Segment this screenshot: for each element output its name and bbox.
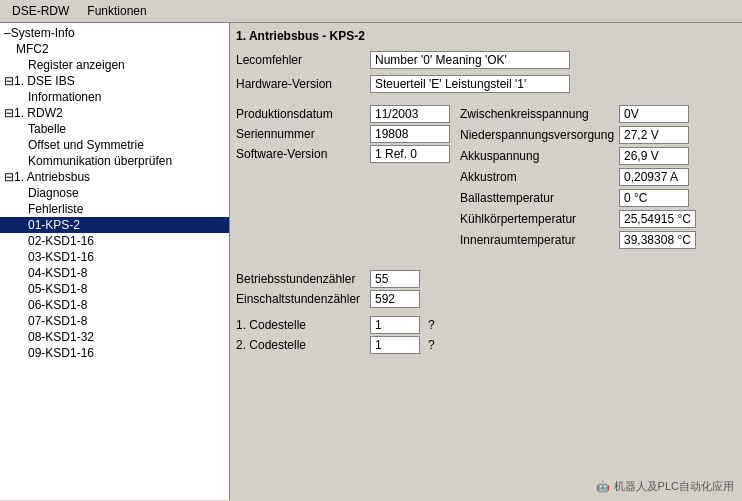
menubar: DSE-RDW Funktionen bbox=[0, 0, 742, 23]
label: 02-KSD1-16 bbox=[28, 234, 94, 248]
content-title: 1. Antriebsbus - KPS-2 bbox=[236, 29, 736, 43]
sidebar-item-04-ksd1-8[interactable]: 04-KSD1-8 bbox=[0, 265, 229, 281]
seriennummer-label: Seriennummer bbox=[236, 127, 366, 141]
lecomfehler-row: Lecomfehler Number '0' Meaning 'OK' bbox=[236, 51, 736, 69]
sidebar-item-fehlerliste[interactable]: Fehlerliste bbox=[0, 201, 229, 217]
hardware-version-label: Hardware-Version bbox=[236, 77, 366, 91]
software-version-label: Software-Version bbox=[236, 147, 366, 161]
einschaltstundenzaehler-value: 592 bbox=[370, 290, 420, 308]
codestelle1-row: 1. Codestelle 1 ? bbox=[236, 316, 736, 334]
sidebar-item-01-kps2[interactable]: 01-KPS-2 bbox=[0, 217, 229, 233]
sidebar-item-03-ksd1-16[interactable]: 03-KSD1-16 bbox=[0, 249, 229, 265]
akkustrom-row: Akkustrom 0,20937 A bbox=[460, 168, 736, 186]
akkuspannung-row: Akkuspannung 26,9 V bbox=[460, 147, 736, 165]
label: MFC2 bbox=[16, 42, 49, 56]
codestelle1-label: 1. Codestelle bbox=[236, 318, 366, 332]
sidebar-item-antriebsbus[interactable]: ⊟ 1. Antriebsbus bbox=[0, 169, 229, 185]
kuehlkoerpertemperatur-value: 25,54915 °C bbox=[619, 210, 696, 228]
label: 09-KSD1-16 bbox=[28, 346, 94, 360]
ballasttemperatur-value: 0 °C bbox=[619, 189, 689, 207]
label: Kommunikation überprüfen bbox=[28, 154, 172, 168]
sidebar-item-register-anzeigen[interactable]: Register anzeigen bbox=[0, 57, 229, 73]
betriebsstundenzaehler-label: Betriebsstundenzähler bbox=[236, 272, 366, 286]
label: 06-KSD1-8 bbox=[28, 298, 87, 312]
watermark-icon: 🤖 bbox=[596, 480, 610, 493]
label: 05-KSD1-8 bbox=[28, 282, 87, 296]
codestelle1-value: 1 bbox=[370, 316, 420, 334]
sidebar-item-05-ksd1-8[interactable]: 05-KSD1-8 bbox=[0, 281, 229, 297]
content-area: 1. Antriebsbus - KPS-2 Lecomfehler Numbe… bbox=[230, 23, 742, 500]
kuehlkoerpertemperatur-label: Kühlkörpertemperatur bbox=[460, 212, 615, 226]
sidebar-item-dse-ibs[interactable]: ⊟ 1. DSE IBS bbox=[0, 73, 229, 89]
seriennummer-value: 19808 bbox=[370, 125, 450, 143]
expand-icon: ⊟ bbox=[4, 106, 14, 120]
sidebar-item-diagnose[interactable]: Diagnose bbox=[0, 185, 229, 201]
codestelle2-question[interactable]: ? bbox=[428, 338, 435, 352]
label: Tabelle bbox=[28, 122, 66, 136]
sidebar: – System-Info MFC2 Register anzeigen ⊟ 1… bbox=[0, 23, 230, 500]
zwischenkreisspannung-label: Zwischenkreisspannung bbox=[460, 107, 615, 121]
sidebar-item-system-info[interactable]: – System-Info bbox=[0, 25, 229, 41]
lecomfehler-value: Number '0' Meaning 'OK' bbox=[370, 51, 570, 69]
sidebar-item-offset[interactable]: Offset und Symmetrie bbox=[0, 137, 229, 153]
innenraumtemperatur-value: 39,38308 °C bbox=[619, 231, 696, 249]
sidebar-item-06-ksd1-8[interactable]: 06-KSD1-8 bbox=[0, 297, 229, 313]
innenraumtemperatur-row: Innenraumtemperatur 39,38308 °C bbox=[460, 231, 736, 249]
niederspannungsversorgung-row: Niederspannungsversorgung 27,2 V bbox=[460, 126, 736, 144]
watermark: 🤖 机器人及PLC自动化应用 bbox=[596, 479, 734, 494]
software-version-row: Software-Version 1 Ref. 0 bbox=[236, 145, 450, 163]
produktionsdatum-row: Produktionsdatum 11/2003 bbox=[236, 105, 450, 123]
label: Offset und Symmetrie bbox=[28, 138, 144, 152]
codestelle2-row: 2. Codestelle 1 ? bbox=[236, 336, 736, 354]
produktionsdatum-label: Produktionsdatum bbox=[236, 107, 366, 121]
ballasttemperatur-row: Ballasttemperatur 0 °C bbox=[460, 189, 736, 207]
main-container: – System-Info MFC2 Register anzeigen ⊟ 1… bbox=[0, 23, 742, 500]
niederspannungsversorgung-value: 27,2 V bbox=[619, 126, 689, 144]
menu-dse-rdw[interactable]: DSE-RDW bbox=[4, 2, 77, 20]
akkustrom-label: Akkustrom bbox=[460, 170, 615, 184]
label: 1. RDW2 bbox=[14, 106, 63, 120]
hardware-version-value: Steuerteil 'E' Leistungsteil '1' bbox=[370, 75, 570, 93]
label: Fehlerliste bbox=[28, 202, 83, 216]
label: 03-KSD1-16 bbox=[28, 250, 94, 264]
innenraumtemperatur-label: Innenraumtemperatur bbox=[460, 233, 615, 247]
seriennummer-row: Seriennummer 19808 bbox=[236, 125, 450, 143]
sidebar-item-informationen[interactable]: Informationen bbox=[0, 89, 229, 105]
codestelle1-question[interactable]: ? bbox=[428, 318, 435, 332]
expand-icon: – bbox=[4, 26, 11, 40]
niederspannungsversorgung-label: Niederspannungsversorgung bbox=[460, 128, 615, 142]
bottom-section: Betriebsstundenzähler 55 Einschaltstunde… bbox=[236, 270, 736, 354]
akkustrom-value: 0,20937 A bbox=[619, 168, 689, 186]
right-data-col: Zwischenkreisspannung 0V Niederspannungs… bbox=[460, 105, 736, 252]
label: 1. DSE IBS bbox=[14, 74, 75, 88]
sidebar-item-02-ksd1-16[interactable]: 02-KSD1-16 bbox=[0, 233, 229, 249]
sidebar-item-09-ksd1-16[interactable]: 09-KSD1-16 bbox=[0, 345, 229, 361]
sidebar-item-mfc2[interactable]: MFC2 bbox=[0, 41, 229, 57]
label: 01-KPS-2 bbox=[28, 218, 80, 232]
left-data-col: Produktionsdatum 11/2003 Seriennummer 19… bbox=[236, 105, 450, 252]
label: 07-KSD1-8 bbox=[28, 314, 87, 328]
akkuspannung-label: Akkuspannung bbox=[460, 149, 615, 163]
sidebar-item-08-ksd1-32[interactable]: 08-KSD1-32 bbox=[0, 329, 229, 345]
software-version-value: 1 Ref. 0 bbox=[370, 145, 450, 163]
betriebsstundenzaehler-value: 55 bbox=[370, 270, 420, 288]
ballasttemperatur-label: Ballasttemperatur bbox=[460, 191, 615, 205]
label: Diagnose bbox=[28, 186, 79, 200]
sidebar-item-07-ksd1-8[interactable]: 07-KSD1-8 bbox=[0, 313, 229, 329]
kuehlkoerpertemperatur-row: Kühlkörpertemperatur 25,54915 °C bbox=[460, 210, 736, 228]
einschaltstundenzaehler-row: Einschaltstundenzähler 592 bbox=[236, 290, 736, 308]
main-data-area: Produktionsdatum 11/2003 Seriennummer 19… bbox=[236, 105, 736, 252]
zwischenkreisspannung-row: Zwischenkreisspannung 0V bbox=[460, 105, 736, 123]
einschaltstundenzaehler-label: Einschaltstundenzähler bbox=[236, 292, 366, 306]
betriebsstundenzaehler-row: Betriebsstundenzähler 55 bbox=[236, 270, 736, 288]
codestelle2-value: 1 bbox=[370, 336, 420, 354]
label: Register anzeigen bbox=[28, 58, 125, 72]
sidebar-item-tabelle[interactable]: Tabelle bbox=[0, 121, 229, 137]
menu-funktionen[interactable]: Funktionen bbox=[79, 2, 154, 20]
sidebar-item-rdw2[interactable]: ⊟ 1. RDW2 bbox=[0, 105, 229, 121]
label: 1. Antriebsbus bbox=[14, 170, 90, 184]
label: 04-KSD1-8 bbox=[28, 266, 87, 280]
label: Informationen bbox=[28, 90, 101, 104]
expand-icon: ⊟ bbox=[4, 74, 14, 88]
sidebar-item-kommunikation[interactable]: Kommunikation überprüfen bbox=[0, 153, 229, 169]
